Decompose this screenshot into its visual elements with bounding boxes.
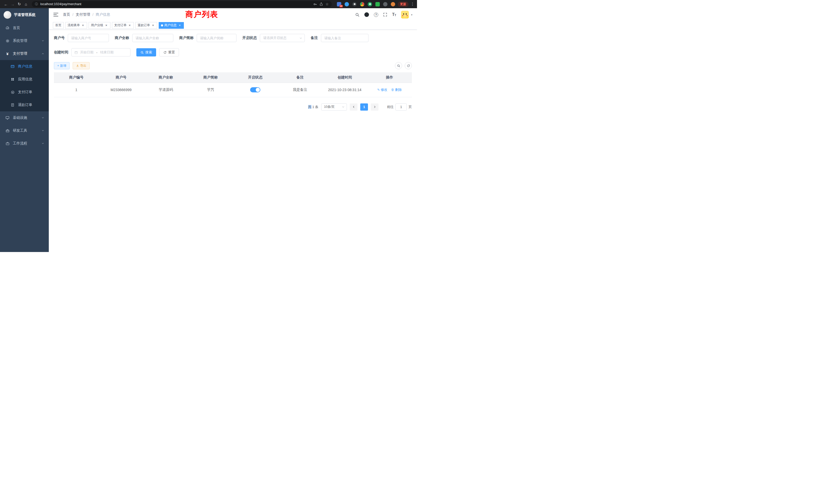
breadcrumb-separator: / — [92, 13, 93, 17]
password-key-icon[interactable] — [313, 2, 317, 6]
tab-pay-order[interactable]: 支付订单 × — [112, 22, 134, 29]
browser-menu-icon[interactable]: ⋮ — [411, 2, 414, 6]
tab-user-group[interactable]: 用户分组 × — [89, 22, 110, 29]
chrome-update-button[interactable]: 更新 — [398, 2, 409, 7]
main-area: 首页 / 支付管理 / 商户信息 商户列表 ? TT ▾ 首页 流程表单 — [49, 8, 417, 252]
sidebar-item-app-info[interactable]: 应用信息 — [0, 73, 49, 86]
close-icon[interactable]: × — [178, 24, 181, 27]
close-icon[interactable]: × — [128, 24, 131, 27]
full-name-input[interactable] — [132, 34, 173, 42]
pay-submenu: 商户信息 应用信息 支付订单 退款订单 — [0, 60, 49, 111]
merchant-table: 商户编号 商户号 商户全称 商户简称 开启状态 备注 创建时间 操作 1 M23… — [54, 72, 412, 97]
tab-merchant-info[interactable]: 商户信息 × — [159, 22, 184, 29]
search-button[interactable]: 搜索 — [136, 48, 156, 56]
address-bar[interactable]: ⓘ localhost:1024/pay/merchant ☆ — [32, 1, 332, 7]
edit-pen-icon: ✎ — [377, 88, 380, 92]
browser-reload-button[interactable]: ↻ — [16, 1, 23, 7]
close-icon[interactable]: × — [105, 24, 108, 27]
search-icon[interactable] — [355, 13, 359, 17]
page-unit-label: 页 — [409, 105, 412, 109]
avatar-caret-icon[interactable]: ▾ — [411, 13, 412, 16]
tab-label: 支付订单 — [114, 23, 127, 27]
status-select[interactable]: 请选择开启状态 — [260, 34, 305, 42]
navbar: 首页 / 支付管理 / 商户信息 商户列表 ? TT ▾ — [49, 8, 417, 21]
fullscreen-icon[interactable] — [383, 13, 387, 17]
toggle-search-button[interactable] — [395, 62, 402, 69]
close-icon[interactable]: × — [151, 24, 155, 27]
browser-back-button[interactable]: ← — [3, 1, 9, 7]
red-annotation-text: 商户列表 — [185, 10, 218, 19]
cell-status — [233, 83, 278, 97]
extension-icon-5[interactable] — [368, 2, 372, 6]
target-icon — [10, 90, 15, 94]
sidebar-item-pay-order[interactable]: 支付订单 — [0, 86, 49, 98]
user-avatar[interactable] — [401, 11, 409, 19]
sidebar-item-label: 工作流程 — [13, 141, 27, 146]
breadcrumb-current: 商户信息 — [96, 12, 110, 17]
extension-icon-3[interactable] — [352, 2, 357, 6]
help-icon[interactable]: ? — [374, 13, 378, 17]
table-toolbar: + 新增 导出 — [54, 62, 412, 69]
browser-home-button[interactable]: ⌂ — [23, 1, 29, 7]
cell-id: 1 — [54, 83, 98, 97]
sidebar-item-home[interactable]: 首页 — [0, 22, 49, 35]
filter-full-name: 商户全称 — [115, 34, 173, 42]
status-toggle[interactable] — [250, 87, 260, 92]
filter-short-name: 商户简称 — [179, 34, 237, 42]
sidebar-item-pay[interactable]: ¥ 支付管理 — [0, 47, 49, 60]
prev-page-button[interactable] — [350, 104, 357, 111]
extension-icon-2[interactable] — [345, 2, 349, 6]
export-button[interactable]: 导出 — [73, 62, 90, 69]
next-page-button[interactable] — [371, 104, 378, 111]
add-button[interactable]: + 新增 — [54, 62, 70, 69]
short-name-input[interactable] — [197, 34, 237, 42]
chevron-down-icon — [300, 37, 302, 40]
calendar-icon — [74, 51, 78, 54]
cell-merchant-no: M233666999 — [98, 83, 143, 97]
remark-input[interactable] — [321, 34, 369, 42]
extensions-puzzle-icon[interactable] — [383, 2, 388, 6]
sidebar-item-merchant-info[interactable]: 商户信息 — [0, 60, 49, 73]
browser-forward-button[interactable]: → — [9, 1, 16, 7]
extension-icon-1[interactable]: 10 — [337, 2, 341, 6]
share-icon[interactable] — [320, 2, 323, 6]
tab-refund-order[interactable]: 退款订单 × — [135, 22, 157, 29]
sidebar-item-infra[interactable]: 基础设施 — [0, 111, 49, 124]
sidebar-item-system[interactable]: 系统管理 — [0, 35, 49, 47]
grid-icon — [10, 77, 15, 81]
merchant-no-input[interactable] — [68, 34, 109, 42]
reset-button[interactable]: 重置 — [159, 48, 179, 56]
edit-link[interactable]: ✎ 修改 — [377, 88, 387, 92]
sidebar: 芋道管理系统 首页 系统管理 ¥ 支付管理 — [0, 8, 49, 252]
breadcrumb-home[interactable]: 首页 — [63, 12, 70, 17]
refresh-table-button[interactable] — [405, 62, 412, 69]
page-number-button[interactable]: 1 — [360, 104, 368, 111]
delete-link[interactable]: 删除 — [391, 88, 401, 92]
sidebar-item-refund-order[interactable]: 退款订单 — [0, 98, 49, 111]
extension-badge: 10 — [339, 5, 343, 7]
col-header: 商户全称 — [144, 72, 188, 83]
page-size-select[interactable]: 10条/页 — [321, 104, 347, 111]
site-info-icon[interactable]: ⓘ — [35, 2, 38, 6]
date-range-picker[interactable]: 开始日期 - 结束日期 — [71, 48, 130, 56]
extension-icon-6[interactable] — [375, 2, 380, 6]
tab-home[interactable]: 首页 — [53, 22, 64, 29]
tab-process-form[interactable]: 流程表单 × — [65, 22, 87, 29]
app-logo[interactable]: 芋道管理系统 — [0, 8, 49, 22]
sidebar-item-label: 商户信息 — [18, 64, 32, 69]
tab-label: 退款订单 — [138, 23, 150, 27]
profile-avatar-icon[interactable] — [391, 2, 395, 6]
font-size-icon[interactable]: TT — [392, 13, 396, 17]
sidebar-toggle-icon[interactable] — [53, 13, 58, 17]
logo-avatar — [4, 11, 11, 19]
github-icon[interactable] — [364, 12, 369, 17]
sidebar-item-dev-tools[interactable]: 研发工具 — [0, 124, 49, 137]
sidebar-item-workflow[interactable]: 工作流程 — [0, 137, 49, 150]
bookmark-star-icon[interactable]: ☆ — [325, 2, 329, 6]
breadcrumb-pay[interactable]: 支付管理 — [76, 12, 90, 17]
close-icon[interactable]: × — [81, 24, 85, 27]
extension-icon-4[interactable] — [360, 2, 364, 6]
tab-label: 流程表单 — [68, 23, 80, 27]
cell-full-name: 芋道源码 — [144, 83, 188, 97]
goto-page-input[interactable] — [395, 104, 407, 111]
